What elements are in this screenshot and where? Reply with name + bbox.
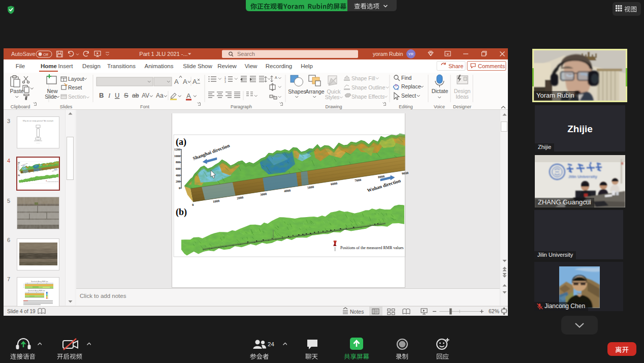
svg-text:Notes: Notes xyxy=(350,309,364,315)
svg-text:Slides: Slides xyxy=(60,104,73,109)
svg-text:ab: ab xyxy=(132,92,139,99)
svg-text:Off: Off xyxy=(43,52,49,57)
svg-text:Comments: Comments xyxy=(478,63,505,69)
svg-text:Designer: Designer xyxy=(453,104,471,109)
svg-text:Borehole Along RMR line: Borehole Along RMR line xyxy=(28,290,45,292)
svg-text:Shapes: Shapes xyxy=(288,88,306,95)
svg-text:YR: YR xyxy=(408,52,414,56)
svg-text:B: B xyxy=(99,92,104,99)
svg-text:Shape Fill: Shape Fill xyxy=(351,75,375,81)
svg-text:Jilin University: Jilin University xyxy=(568,174,597,179)
svg-text:A: A xyxy=(174,78,179,85)
svg-text:Why do we study geostat? An ex: Why do we study geostat? An example xyxy=(23,120,53,122)
svg-text:Shape Outline: Shape Outline xyxy=(351,84,385,90)
svg-text:Clipboard: Clipboard xyxy=(11,104,30,109)
svg-text:Editing: Editing xyxy=(399,104,413,109)
svg-text:A: A xyxy=(192,78,197,85)
svg-text:Part 1 JLU 2021 -...: Part 1 JLU 2021 -... xyxy=(139,51,187,57)
svg-text:Replace: Replace xyxy=(401,83,421,89)
svg-text:U: U xyxy=(115,92,119,99)
svg-text:Search: Search xyxy=(237,51,255,57)
svg-text:Ideas: Ideas xyxy=(456,94,469,100)
svg-text:Layout: Layout xyxy=(68,76,84,82)
svg-text:3: 3 xyxy=(224,80,226,83)
svg-text:Voice: Voice xyxy=(434,104,445,109)
svg-text:Drawing: Drawing xyxy=(325,104,342,109)
svg-text:Dictate: Dictate xyxy=(432,88,448,94)
svg-text:Borehole Along RMR line: Borehole Along RMR line xyxy=(31,281,48,283)
svg-text:Styles: Styles xyxy=(325,94,340,100)
svg-text:Paragraph: Paragraph xyxy=(231,104,252,109)
svg-text:c: c xyxy=(397,86,399,91)
svg-text:Shape Effects: Shape Effects xyxy=(351,94,384,100)
svg-text:A: A xyxy=(275,76,277,79)
svg-text:I: I xyxy=(108,92,111,99)
svg-text:Aa: Aa xyxy=(156,92,164,99)
svg-text:Select: Select xyxy=(401,93,416,99)
svg-text:Font: Font xyxy=(140,104,150,109)
svg-text:Slide 4 of 19: Slide 4 of 19 xyxy=(7,309,36,314)
svg-text:62%: 62% xyxy=(489,308,499,314)
svg-text:x x x x: x x x x xyxy=(36,142,40,144)
svg-text:Arrange: Arrange xyxy=(305,88,325,95)
svg-text:AV: AV xyxy=(142,92,149,99)
svg-text:yoram Rubin: yoram Rubin xyxy=(373,51,403,57)
svg-text:S: S xyxy=(124,92,128,99)
svg-text:Find: Find xyxy=(401,75,412,81)
svg-text:AutoSave: AutoSave xyxy=(11,51,36,57)
svg-text:A: A xyxy=(186,92,191,100)
svg-text:A: A xyxy=(183,78,187,85)
svg-text:Section: Section xyxy=(68,94,86,100)
svg-text:Slide: Slide xyxy=(45,94,57,100)
svg-text:Share: Share xyxy=(448,63,463,69)
svg-text:Reset: Reset xyxy=(68,84,82,90)
svg-text:Paste: Paste xyxy=(10,88,24,94)
